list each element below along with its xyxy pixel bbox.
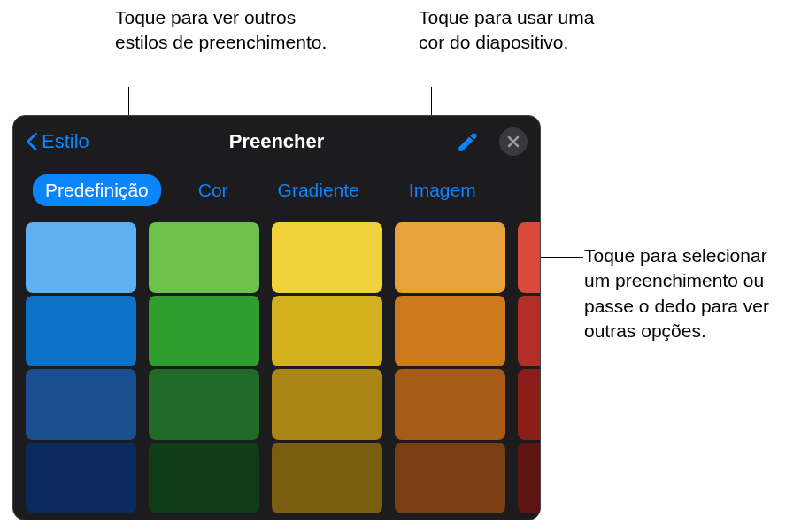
color-swatch[interactable] bbox=[395, 369, 505, 440]
color-swatch[interactable] bbox=[26, 222, 136, 293]
chevron-left-icon bbox=[26, 132, 38, 151]
color-swatch[interactable] bbox=[149, 369, 259, 440]
panel-title: Preencher bbox=[229, 130, 325, 153]
swatch-column bbox=[272, 222, 382, 513]
fill-tabs: Predefinição Cor Gradiente Imagem bbox=[13, 167, 540, 222]
tab-gradient[interactable]: Gradiente bbox=[266, 174, 372, 206]
color-swatch[interactable] bbox=[272, 443, 382, 513]
swatch-column bbox=[518, 222, 540, 513]
tab-color[interactable]: Cor bbox=[186, 174, 241, 206]
color-swatch[interactable] bbox=[26, 369, 136, 440]
fill-panel: Estilo Preencher Predefinição Cor Gradie… bbox=[12, 115, 541, 520]
panel-header: Estilo Preencher bbox=[13, 116, 540, 167]
color-swatch[interactable] bbox=[395, 222, 505, 293]
swatch-column bbox=[26, 222, 136, 513]
eyedropper-icon bbox=[456, 131, 479, 154]
swatch-column bbox=[149, 222, 259, 513]
tab-preset[interactable]: Predefinição bbox=[33, 174, 161, 206]
color-swatch[interactable] bbox=[395, 296, 505, 366]
callout-select: Toque para selecionar um preenchimento o… bbox=[584, 243, 788, 343]
color-swatch[interactable] bbox=[518, 222, 540, 293]
color-swatch[interactable] bbox=[149, 296, 259, 366]
callout-eyedropper: Toque para usar uma cor do diapositivo. bbox=[419, 5, 613, 56]
color-swatch[interactable] bbox=[518, 369, 540, 440]
color-swatch[interactable] bbox=[518, 296, 540, 366]
color-swatch[interactable] bbox=[26, 296, 136, 366]
back-button[interactable]: Estilo bbox=[26, 130, 89, 153]
color-swatch[interactable] bbox=[272, 296, 382, 366]
callout-styles: Toque para ver outros estilos de preench… bbox=[115, 5, 336, 56]
color-swatch[interactable] bbox=[272, 369, 382, 440]
color-swatch[interactable] bbox=[272, 222, 382, 293]
color-swatch[interactable] bbox=[518, 443, 540, 513]
color-swatch[interactable] bbox=[149, 443, 259, 513]
close-button[interactable] bbox=[499, 127, 528, 156]
color-swatches-grid[interactable] bbox=[13, 222, 540, 513]
back-label: Estilo bbox=[42, 130, 89, 153]
close-icon bbox=[507, 135, 520, 148]
swatch-column bbox=[395, 222, 505, 513]
color-swatch[interactable] bbox=[26, 443, 136, 513]
color-swatch[interactable] bbox=[149, 222, 259, 293]
eyedropper-button[interactable] bbox=[453, 128, 481, 157]
tab-image[interactable]: Imagem bbox=[397, 174, 489, 206]
color-swatch[interactable] bbox=[395, 443, 505, 513]
